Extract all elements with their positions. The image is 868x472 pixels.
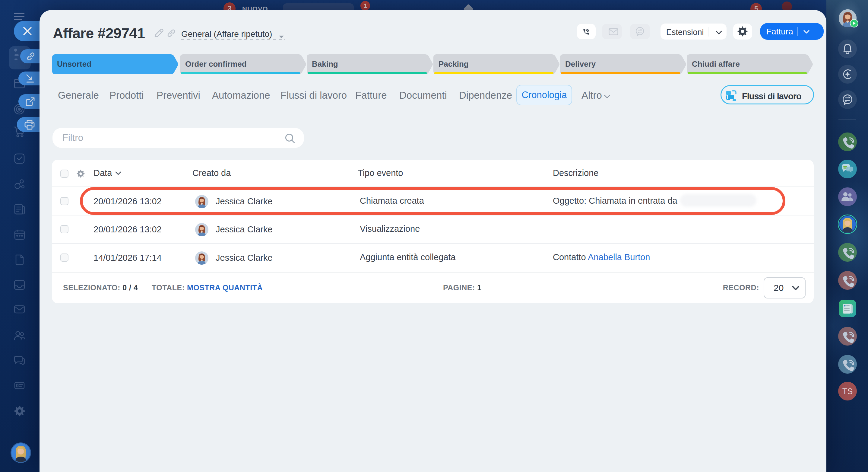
svg-text:TS: TS bbox=[842, 387, 853, 396]
